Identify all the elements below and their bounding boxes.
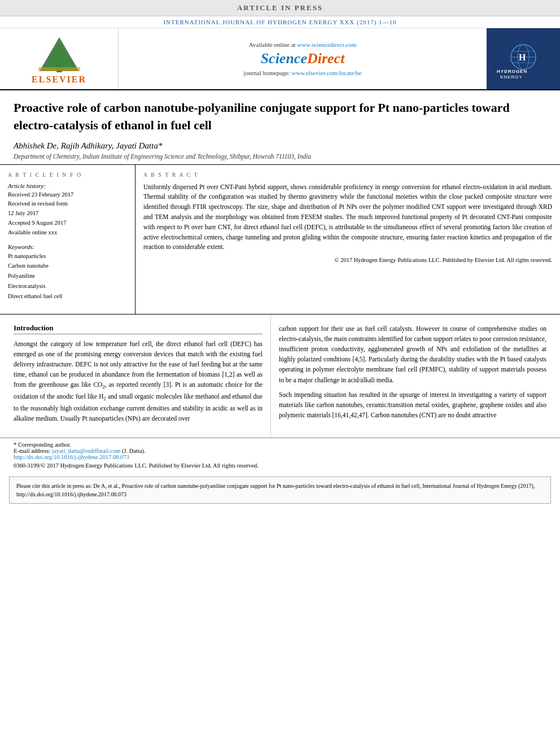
sciencedirect-url[interactable]: www.sciencedirect.com	[297, 41, 356, 48]
citation-box: Please cite this article in press as: De…	[9, 477, 551, 504]
article-main-title: Proactive role of carbon nanotube-polyan…	[14, 99, 546, 134]
available-online-text: Available online at www.sciencedirect.co…	[249, 41, 357, 48]
copyright-line: 0360-3199/© 2017 Hydrogen Energy Publica…	[14, 462, 546, 469]
abstract-text: Uniformly dispersed Pt over CNT-Pani hyb…	[143, 182, 552, 253]
body-right-column: carbon support for their use as fuel cel…	[271, 314, 560, 438]
author-email[interactable]: jayati_datta@rediffmail.com	[52, 448, 120, 454]
body-left-column: Introduction Amongst the category of low…	[0, 314, 271, 438]
keywords-label: Keywords:	[8, 243, 127, 250]
article-history-label: Article history:	[8, 182, 127, 189]
elsevier-logo-area: ELSEVIER	[0, 28, 119, 89]
direct-text: Direct	[307, 50, 344, 67]
hydrogen-energy-logo: H HYDROGEN ENERGY	[487, 28, 560, 89]
svg-text:HYDROGEN: HYDROGEN	[497, 69, 527, 74]
article-affiliation: Department of Chemistry, Indian Institut…	[14, 153, 546, 160]
sciencedirect-area: Available online at www.sciencedirect.co…	[119, 28, 487, 89]
keyword-1: Pt nanoparticles	[8, 251, 127, 261]
introduction-title: Introduction	[14, 324, 262, 334]
article-body: Introduction Amongst the category of low…	[0, 314, 560, 438]
elsevier-label: ELSEVIER	[32, 75, 86, 85]
sciencedirect-logo: ScienceDirect	[261, 50, 345, 67]
article-authors: Abhishek De, Rajib Adhikary, Jayati Datt…	[14, 141, 546, 151]
accepted-date: Accepted 9 August 2017	[8, 219, 127, 228]
abstract-label: A B S T R A C T	[143, 172, 552, 178]
elsevier-tree-icon	[25, 34, 93, 73]
journal-homepage-url[interactable]: www.elsevier.com/locate/he	[292, 69, 362, 76]
journal-header-line: INTERNATIONAL JOURNAL OF HYDROGEN ENERGY…	[0, 16, 560, 28]
corresponding-author: * Corresponding author.	[14, 442, 546, 448]
article-in-press-banner: ARTICLE IN PRESS	[0, 0, 560, 16]
svg-marker-2	[42, 43, 76, 69]
article-info-column: A R T I C L E I N F O Article history: R…	[0, 165, 135, 314]
keyword-5: Direct ethanol fuel cell	[8, 291, 127, 302]
article-title-section: Proactive role of carbon nanotube-polyan…	[0, 90, 560, 165]
intro-paragraph-2: carbon support for their use as fuel cel…	[279, 324, 546, 385]
keywords-group: Keywords: Pt nanoparticles Carbon nanotu…	[8, 243, 127, 302]
journal-homepage: journal homepage: www.elsevier.com/locat…	[244, 69, 362, 76]
email-suffix: (J. Datta).	[122, 448, 146, 454]
abstract-copyright: © 2017 Hydrogen Energy Publications LLC.…	[143, 257, 552, 263]
footnote-area: * Corresponding author. E-mail address: …	[0, 438, 560, 472]
email-label: E-mail address:	[14, 448, 52, 454]
citation-text: Please cite this article in press as: De…	[16, 483, 535, 497]
top-header: ELSEVIER Available online at www.science…	[0, 28, 560, 90]
svg-rect-3	[38, 67, 80, 71]
doi-link[interactable]: http://dx.doi.org/10.1016/j.ijhydene.201…	[14, 454, 546, 460]
intro-paragraph-1: Amongst the category of low temperature …	[14, 339, 262, 424]
article-info-label: A R T I C L E I N F O	[8, 172, 127, 178]
email-line: E-mail address: jayati_datta@rediffmail.…	[14, 448, 546, 454]
received-revised-label: Received in revised form	[8, 199, 127, 209]
article-dates: Received 23 February 2017 Received in re…	[8, 190, 127, 238]
keyword-4: Electrocatalysis	[8, 281, 127, 291]
keyword-3: Polyaniline	[8, 271, 127, 281]
doi-url[interactable]: http://dx.doi.org/10.1016/j.ijhydene.201…	[14, 454, 129, 460]
intro-paragraph-3: Such impending situation has resulted in…	[279, 390, 546, 420]
two-column-section: A R T I C L E I N F O Article history: R…	[0, 165, 560, 314]
article-history-group: Article history: Received 23 February 20…	[8, 182, 127, 238]
svg-text:H: H	[519, 53, 526, 62]
science-text: Science	[261, 50, 307, 67]
revised-date: 12 July 2017	[8, 209, 127, 219]
corresponding-label: * Corresponding author.	[14, 442, 71, 448]
available-online: Available online xxx	[8, 228, 127, 238]
abstract-column: A B S T R A C T Uniformly dispersed Pt o…	[135, 165, 560, 314]
received-date: Received 23 February 2017	[8, 190, 127, 200]
keyword-2: Carbon nanotube	[8, 261, 127, 271]
svg-text:ENERGY: ENERGY	[500, 75, 523, 78]
keywords-list: Pt nanoparticles Carbon nanotube Polyani…	[8, 251, 127, 302]
